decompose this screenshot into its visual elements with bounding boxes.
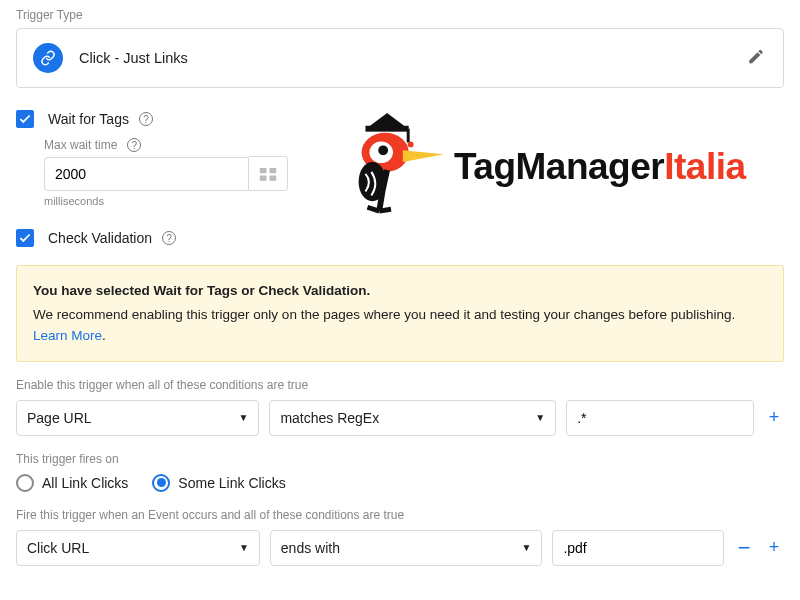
wait-for-tags-label: Wait for Tags [48, 111, 129, 127]
fires-on-radios: All Link Clicks Some Link Clicks [16, 474, 784, 492]
radio-icon [152, 474, 170, 492]
enable-cond-row: Page URL▼ matches RegEx▼ + [16, 400, 784, 436]
radio-all-label: All Link Clicks [42, 475, 128, 491]
svg-rect-2 [260, 175, 267, 180]
warning-body: We recommend enabling this trigger only … [33, 304, 767, 347]
chevron-down-icon: ▼ [239, 542, 249, 553]
trigger-type-label: Trigger Type [16, 8, 784, 22]
enable-cond-label: Enable this trigger when all of these co… [16, 378, 784, 392]
svg-rect-1 [270, 168, 277, 173]
help-icon[interactable]: ? [139, 112, 153, 126]
link-icon [33, 43, 63, 73]
trigger-type-title: Click - Just Links [79, 50, 188, 66]
max-wait-label: Max wait time ? [44, 138, 784, 152]
fire-cond-row: Click URL▼ ends with▼ − + [16, 530, 784, 566]
help-icon[interactable]: ? [162, 231, 176, 245]
fire-cond-value-input[interactable] [552, 530, 724, 566]
svg-rect-3 [270, 175, 277, 180]
edit-icon[interactable] [747, 48, 765, 69]
variable-picker-icon[interactable] [249, 156, 288, 191]
help-icon[interactable]: ? [127, 138, 141, 152]
enable-cond-value-input[interactable] [566, 400, 754, 436]
fire-cond-operator-select[interactable]: ends with▼ [270, 530, 543, 566]
radio-some-link-clicks[interactable]: Some Link Clicks [152, 474, 285, 492]
max-wait-unit: milliseconds [44, 195, 784, 207]
warning-box: You have selected Wait for Tags or Check… [16, 265, 784, 362]
warning-title: You have selected Wait for Tags or Check… [33, 280, 767, 302]
max-wait-input[interactable] [44, 157, 249, 191]
fire-cond-label: Fire this trigger when an Event occurs a… [16, 508, 784, 522]
wait-for-tags-row: Wait for Tags ? [16, 110, 784, 128]
enable-cond-variable-select[interactable]: Page URL▼ [16, 400, 259, 436]
fires-on-label: This trigger fires on [16, 452, 784, 466]
learn-more-link[interactable]: Learn More [33, 328, 102, 343]
remove-condition-button[interactable]: − [734, 535, 754, 561]
radio-icon [16, 474, 34, 492]
check-validation-label: Check Validation [48, 230, 152, 246]
check-validation-row: Check Validation ? [16, 229, 784, 247]
radio-some-label: Some Link Clicks [178, 475, 285, 491]
chevron-down-icon: ▼ [238, 412, 248, 423]
wait-for-tags-checkbox[interactable] [16, 110, 34, 128]
chevron-down-icon: ▼ [535, 412, 545, 423]
svg-rect-0 [260, 168, 267, 173]
trigger-type-box[interactable]: Click - Just Links [16, 28, 784, 88]
chevron-down-icon: ▼ [521, 542, 531, 553]
radio-all-link-clicks[interactable]: All Link Clicks [16, 474, 128, 492]
add-condition-button[interactable]: + [764, 407, 784, 428]
check-validation-checkbox[interactable] [16, 229, 34, 247]
fire-cond-variable-select[interactable]: Click URL▼ [16, 530, 260, 566]
add-condition-button[interactable]: + [764, 537, 784, 558]
enable-cond-operator-select[interactable]: matches RegEx▼ [269, 400, 556, 436]
